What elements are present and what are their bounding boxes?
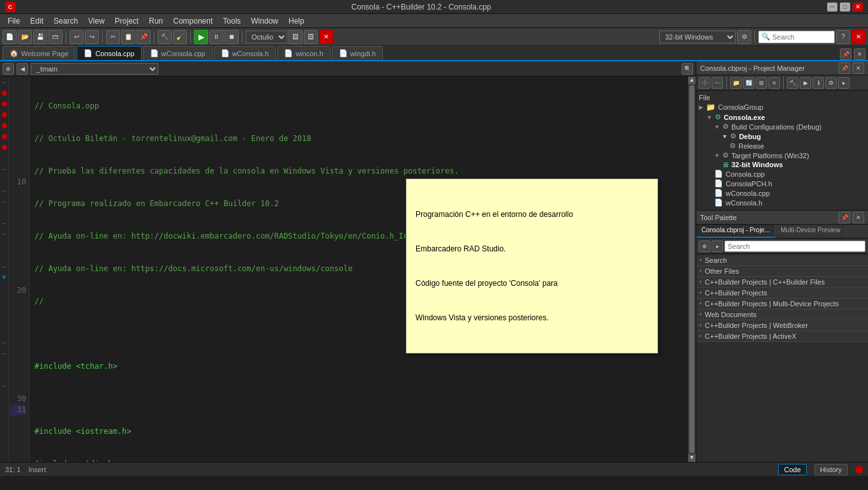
et-search[interactable]: 🔍 [682, 63, 693, 75]
error-indicator[interactable] [855, 466, 863, 473]
menu-search[interactable]: Search [49, 15, 83, 27]
redo-button[interactable]: ↪ [85, 30, 99, 44]
pm-grid[interactable]: ⊞ [756, 77, 767, 89]
tree-32bit-windows[interactable]: 🖥 32-bit Windows [696, 160, 868, 169]
gutter-row [0, 207, 8, 218]
tab-close[interactable]: ✕ [854, 48, 865, 60]
close-btn2[interactable]: ✕ [851, 30, 865, 44]
wc-h-icon: 📄 [714, 198, 723, 207]
copy-button[interactable]: 📋 [121, 30, 135, 44]
close-button[interactable]: ✕ [853, 3, 863, 11]
tree-consolapch[interactable]: 📄 ConsolaPCH.h [696, 179, 868, 188]
menu-edit[interactable]: Edit [25, 15, 49, 27]
stop-button[interactable]: ⏹ [225, 30, 239, 44]
pause-button[interactable]: ⏸ [209, 30, 223, 44]
menu-help[interactable]: Help [283, 15, 310, 27]
scroll-thumb[interactable] [689, 85, 694, 453]
pm-info[interactable]: ℹ [812, 77, 824, 89]
tp-pin[interactable]: 📌 [839, 212, 850, 223]
tab-wconsola-h[interactable]: 📄 wConsola.h [214, 46, 276, 60]
undo-button[interactable]: ↩ [70, 30, 84, 44]
tp-tab-cbproj[interactable]: Consola.cbproj - Proje... [696, 225, 775, 238]
pm-build[interactable]: 🔨 [787, 77, 798, 89]
tp-section-multidevice-projects[interactable]: + C++Builder Projects | Multi-Device Pro… [696, 299, 868, 309]
scroll-up[interactable]: ▲ [688, 77, 696, 84]
tab-wingdi-h[interactable]: 📄 wingdi.h [332, 46, 383, 60]
tp-section-cbbuilder-files[interactable]: + C++Builder Projects | C++Builder Files [696, 277, 868, 288]
tp-close[interactable]: ✕ [853, 212, 864, 223]
tree-build-configs[interactable]: ▼ ⚙ Build Configurations (Debug) [696, 122, 868, 131]
tree-target-platforms[interactable]: ▼ ⚙ Target Platforms (Win32) [696, 151, 868, 160]
pm-folder[interactable]: 📁 [730, 77, 742, 89]
right-panel: Consola.cbproj - Project Manager 📌 ✕ ➕ ➖… [696, 61, 868, 462]
history-tab[interactable]: History [814, 464, 848, 475]
tp-section-web-docs[interactable]: + Web Documents [696, 309, 868, 320]
tab-wconsola-cpp[interactable]: 📄 wConsola.cpp [143, 46, 213, 60]
help-button[interactable]: ? [836, 30, 850, 44]
restore-button[interactable]: □ [840, 3, 850, 11]
minimize-button[interactable]: ─ [827, 3, 837, 11]
pm-pin[interactable]: 📌 [839, 63, 850, 74]
clean-button[interactable]: 🧹 [173, 30, 187, 44]
tree-wconsola-cpp[interactable]: 📄 wConsola.cpp [696, 188, 868, 198]
menu-window[interactable]: Window [246, 15, 283, 27]
platform-combo[interactable]: 32-bit Windows [659, 31, 736, 43]
tree-debug[interactable]: ▼ ⚙ Debug [696, 131, 868, 141]
ln [10, 264, 26, 274]
tp-section-cbbuilder-projects[interactable]: + C++Builder Projects [696, 288, 868, 299]
config-btn1[interactable]: 🖼 [288, 30, 303, 44]
platform-btn[interactable]: ⚙ [737, 30, 751, 44]
et-btn2[interactable]: ◀ [17, 63, 28, 75]
tree-wconsola-h[interactable]: 📄 wConsola.h [696, 198, 868, 207]
tp-tab-multidevice[interactable]: Multi-Device Preview [775, 225, 846, 238]
code-tab[interactable]: Code [778, 464, 806, 475]
config-btn3[interactable]: ✕ [319, 30, 333, 44]
tool-palette-search[interactable] [724, 241, 865, 252]
open-button[interactable]: 📂 [18, 30, 32, 44]
pm-activate[interactable]: ▶ [800, 77, 811, 89]
tp-section-webbroker[interactable]: + C++Builder Projects | WebBroker [696, 320, 868, 331]
tp-tb-btn2[interactable]: ▸ [712, 241, 723, 252]
pm-close[interactable]: ✕ [853, 63, 864, 74]
pm-remove[interactable]: ➖ [712, 77, 723, 89]
top-search-input[interactable] [772, 33, 830, 41]
config-combo[interactable]: Octulio [246, 31, 287, 43]
vertical-scrollbar[interactable]: ▲ ▼ [688, 77, 696, 462]
new-button[interactable]: 📄 [3, 30, 17, 44]
config-btn2[interactable]: 🖼 [304, 30, 318, 44]
function-combo[interactable]: _tmain [31, 63, 158, 75]
menu-tools[interactable]: Tools [218, 15, 246, 27]
run-button[interactable]: ▶ [194, 30, 208, 44]
menu-component[interactable]: Component [168, 15, 218, 27]
menu-project[interactable]: Project [110, 15, 144, 27]
tp-section-search[interactable]: + Search [696, 255, 868, 266]
tp-section-other-files[interactable]: + Other Files [696, 266, 868, 277]
tree-consola-exe[interactable]: ▼ ⚙ Consola.exe [696, 112, 868, 122]
pm-add[interactable]: ➕ [699, 77, 710, 89]
pm-refresh[interactable]: 🔄 [743, 77, 754, 89]
menu-file[interactable]: File [3, 15, 25, 27]
build-button[interactable]: 🔨 [158, 30, 172, 44]
pm-menu2[interactable]: ▸ [838, 77, 849, 89]
menu-run[interactable]: Run [144, 15, 168, 27]
save-all-button[interactable]: 🗃 [49, 30, 63, 44]
menu-view[interactable]: View [83, 15, 110, 27]
tab-consola-cpp[interactable]: 📄 Consola.cpp [77, 46, 141, 60]
cut-button[interactable]: ✂ [106, 30, 120, 44]
et-btn1[interactable]: ⊕ [3, 63, 14, 75]
tree-consola-group[interactable]: ▶ 📁 ConsolaGroup [696, 102, 868, 112]
tree-consola-cpp-file[interactable]: 📄 Consola.cpp [696, 169, 868, 179]
tree-release[interactable]: ⚙ Release [696, 141, 868, 151]
pm-settings[interactable]: ⚙ [825, 77, 837, 89]
ln [10, 101, 26, 112]
tab-wincon-h[interactable]: 📄 wincon.h [277, 46, 330, 60]
scroll-down[interactable]: ▼ [688, 454, 696, 462]
tab-welcome[interactable]: 🏠 Welcome Page [3, 46, 75, 60]
tab-pin[interactable]: 📌 [840, 48, 851, 60]
code-editor[interactable]: // Consola.opp // Octulio Biletán - torr… [29, 77, 688, 462]
tp-tb-btn1[interactable]: ⊕ [699, 241, 710, 252]
pm-list[interactable]: ≡ [768, 77, 780, 89]
save-button[interactable]: 💾 [33, 30, 47, 44]
tp-section-activex[interactable]: + C++Builder Projects | ActiveX [696, 331, 868, 342]
paste-button[interactable]: 📌 [137, 30, 151, 44]
